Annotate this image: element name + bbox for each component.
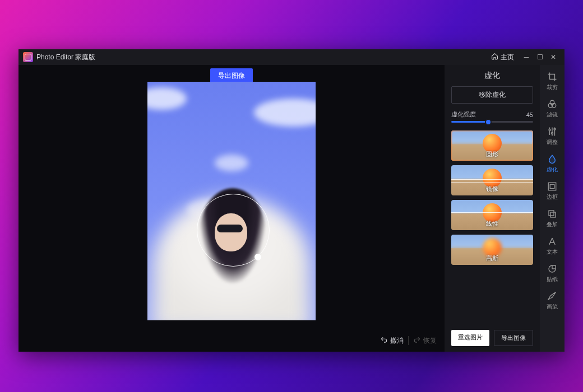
strength-value: 45: [526, 111, 533, 118]
svg-point-5: [554, 128, 556, 130]
preset-linear[interactable]: 线性: [451, 200, 533, 230]
export-top-button[interactable]: 导出图像: [210, 68, 253, 83]
redo-icon: [413, 336, 421, 346]
options-panel: 虚化 移除虚化 虚化强度 45 圆形: [445, 65, 540, 352]
tool-filter[interactable]: 滤镜: [540, 99, 565, 119]
titlebar: Photo Editor 家庭版 主页 ─ ☐ ✕: [18, 49, 565, 65]
svg-rect-6: [548, 183, 556, 190]
undo-icon: [380, 336, 388, 346]
blur-focus-ring[interactable]: [197, 194, 270, 267]
preset-gaussian[interactable]: 高斯: [451, 235, 533, 265]
app-icon: [23, 52, 33, 62]
tool-label: 画笔: [547, 303, 558, 311]
app-window: Photo Editor 家庭版 主页 ─ ☐ ✕ 导出图像: [18, 49, 565, 352]
preset-label: 圆形: [451, 150, 533, 158]
tool-sticker[interactable]: 贴纸: [540, 264, 565, 283]
maximize-button[interactable]: ☐: [533, 52, 547, 63]
remove-blur-button[interactable]: 移除虚化: [451, 86, 533, 104]
tool-label: 虚化: [547, 166, 558, 174]
undo-label: 撤消: [390, 336, 404, 346]
tool-crop[interactable]: 裁剪: [540, 72, 565, 91]
close-button[interactable]: ✕: [547, 52, 560, 63]
tool-rail: 裁剪 滤镜 调整 虚化 边框 叠加: [540, 65, 565, 352]
preset-label: 高斯: [451, 254, 533, 263]
home-icon: [491, 53, 498, 62]
preset-label: 镜像: [451, 185, 533, 193]
panel-title: 虚化: [451, 71, 533, 81]
redo-label: 恢复: [423, 336, 437, 346]
canvas-area: 导出图像 撤消: [18, 65, 445, 352]
tool-label: 叠加: [547, 221, 558, 228]
tool-label: 裁剪: [547, 83, 558, 91]
photo[interactable]: [147, 82, 316, 320]
svg-rect-8: [549, 211, 554, 216]
minimize-button[interactable]: ─: [520, 52, 533, 63]
reselect-button[interactable]: 重选图片: [451, 330, 489, 346]
tool-label: 边框: [547, 193, 558, 201]
tool-label: 贴纸: [547, 276, 558, 283]
tool-label: 滤镜: [547, 111, 558, 119]
tool-adjust[interactable]: 调整: [540, 127, 565, 146]
tool-overlay[interactable]: 叠加: [540, 209, 565, 228]
strength-slider-thumb[interactable]: [485, 119, 492, 125]
preset-mirror[interactable]: 镜像: [451, 165, 533, 195]
tool-label: 调整: [547, 138, 558, 146]
app-title: Photo Editor 家庭版: [36, 53, 95, 62]
preset-label: 线性: [451, 220, 533, 228]
tool-blur[interactable]: 虚化: [540, 154, 565, 174]
svg-rect-7: [550, 184, 554, 189]
undo-button[interactable]: 撤消: [380, 336, 404, 346]
tool-brush[interactable]: 画笔: [540, 291, 565, 311]
strength-label: 虚化强度: [451, 110, 476, 119]
tool-text[interactable]: 文本: [540, 236, 565, 256]
blur-focus-handle[interactable]: [255, 254, 261, 260]
svg-point-3: [549, 129, 550, 131]
tool-frame[interactable]: 边框: [540, 181, 565, 201]
svg-point-4: [552, 133, 553, 134]
preset-circle[interactable]: 圆形: [451, 130, 533, 161]
svg-rect-9: [550, 212, 556, 217]
preset-list: 圆形 镜像 线性 高斯: [451, 130, 533, 324]
home-button[interactable]: 主页: [491, 53, 514, 62]
canvas-stage[interactable]: [18, 65, 445, 329]
canvas-footer: 撤消 恢复: [18, 329, 445, 352]
export-button[interactable]: 导出图像: [494, 330, 533, 346]
redo-button[interactable]: 恢复: [413, 336, 437, 346]
home-label: 主页: [501, 53, 514, 62]
strength-slider[interactable]: [451, 121, 533, 123]
tool-label: 文本: [547, 248, 558, 256]
